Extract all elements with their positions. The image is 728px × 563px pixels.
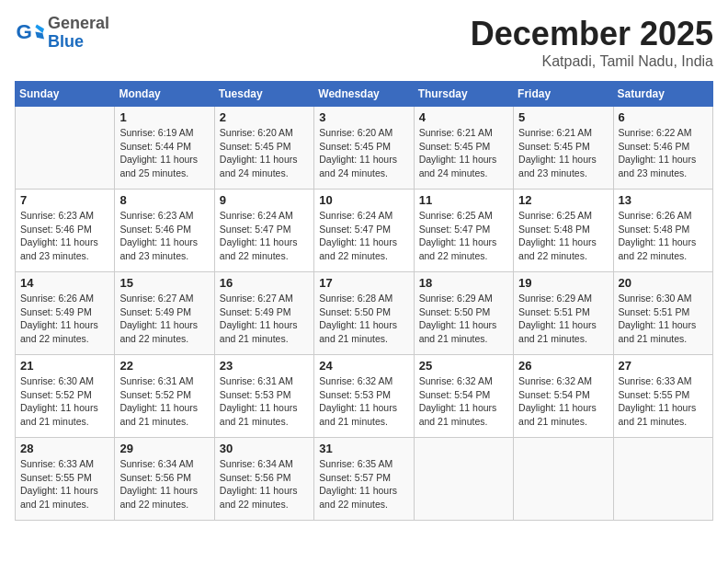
calendar-cell: 8Sunrise: 6:23 AM Sunset: 5:46 PM Daylig… — [115, 190, 214, 272]
day-number: 30 — [220, 442, 309, 455]
calendar-cell: 21Sunrise: 6:30 AM Sunset: 5:52 PM Dayli… — [16, 355, 115, 438]
day-number: 12 — [518, 193, 608, 207]
day-info: Sunrise: 6:21 AM Sunset: 5:45 PM Dayligh… — [419, 126, 508, 180]
day-info: Sunrise: 6:21 AM Sunset: 5:45 PM Dayligh… — [518, 126, 608, 180]
calendar-cell: 7Sunrise: 6:23 AM Sunset: 5:46 PM Daylig… — [16, 190, 115, 272]
page-header: G General Blue December 2025 Katpadi, Ta… — [15, 15, 713, 70]
day-number: 27 — [619, 359, 708, 373]
day-number: 19 — [518, 276, 608, 290]
calendar-cell: 24Sunrise: 6:32 AM Sunset: 5:53 PM Dayli… — [314, 355, 414, 438]
day-number: 23 — [220, 359, 309, 373]
day-info: Sunrise: 6:31 AM Sunset: 5:53 PM Dayligh… — [220, 374, 309, 429]
calendar-cell: 4Sunrise: 6:21 AM Sunset: 5:45 PM Daylig… — [414, 107, 513, 190]
calendar-cell: 27Sunrise: 6:33 AM Sunset: 5:55 PM Dayli… — [613, 355, 712, 438]
calendar-cell: 20Sunrise: 6:30 AM Sunset: 5:51 PM Dayli… — [613, 272, 712, 355]
calendar-header-row: SundayMondayTuesdayWednesdayThursdayFrid… — [16, 82, 713, 107]
day-info: Sunrise: 6:24 AM Sunset: 5:47 PM Dayligh… — [220, 209, 309, 263]
day-number: 2 — [220, 110, 309, 124]
day-info: Sunrise: 6:24 AM Sunset: 5:47 PM Dayligh… — [319, 209, 408, 263]
day-info: Sunrise: 6:23 AM Sunset: 5:46 PM Dayligh… — [20, 209, 109, 263]
day-info: Sunrise: 6:33 AM Sunset: 5:55 PM Dayligh… — [20, 457, 109, 511]
calendar-cell: 18Sunrise: 6:29 AM Sunset: 5:50 PM Dayli… — [414, 272, 513, 355]
calendar-cell: 5Sunrise: 6:21 AM Sunset: 5:45 PM Daylig… — [514, 107, 613, 190]
day-number: 16 — [220, 276, 309, 290]
day-number: 3 — [319, 110, 408, 124]
svg-marker-1 — [35, 24, 44, 33]
day-info: Sunrise: 6:29 AM Sunset: 5:50 PM Dayligh… — [419, 292, 508, 346]
calendar-cell: 23Sunrise: 6:31 AM Sunset: 5:53 PM Dayli… — [214, 355, 313, 438]
day-info: Sunrise: 6:22 AM Sunset: 5:46 PM Dayligh… — [619, 126, 708, 180]
calendar-cell: 29Sunrise: 6:34 AM Sunset: 5:56 PM Dayli… — [115, 438, 214, 521]
title-area: December 2025 Katpadi, Tamil Nadu, India — [471, 15, 713, 70]
day-number: 15 — [119, 276, 209, 290]
day-number: 8 — [119, 193, 209, 207]
calendar-cell: 19Sunrise: 6:29 AM Sunset: 5:51 PM Dayli… — [514, 272, 613, 355]
day-number: 5 — [518, 110, 608, 124]
calendar-week-1: 1Sunrise: 6:19 AM Sunset: 5:44 PM Daylig… — [16, 107, 713, 190]
calendar-cell — [414, 438, 513, 521]
day-info: Sunrise: 6:27 AM Sunset: 5:49 PM Dayligh… — [119, 292, 209, 346]
day-info: Sunrise: 6:25 AM Sunset: 5:47 PM Dayligh… — [419, 209, 508, 263]
day-info: Sunrise: 6:20 AM Sunset: 5:45 PM Dayligh… — [319, 126, 408, 180]
calendar-cell — [514, 438, 613, 521]
day-info: Sunrise: 6:34 AM Sunset: 5:56 PM Dayligh… — [220, 457, 309, 511]
logo: G General Blue — [15, 15, 109, 52]
day-number: 7 — [20, 193, 109, 207]
day-header-monday: Monday — [115, 82, 214, 107]
day-number: 14 — [20, 276, 109, 290]
day-info: Sunrise: 6:26 AM Sunset: 5:48 PM Dayligh… — [619, 209, 708, 263]
svg-marker-2 — [35, 31, 44, 39]
calendar-cell — [613, 438, 712, 521]
calendar-week-2: 7Sunrise: 6:23 AM Sunset: 5:46 PM Daylig… — [16, 190, 713, 272]
day-info: Sunrise: 6:29 AM Sunset: 5:51 PM Dayligh… — [518, 292, 608, 346]
calendar-cell: 9Sunrise: 6:24 AM Sunset: 5:47 PM Daylig… — [214, 190, 313, 272]
day-number: 24 — [319, 359, 408, 373]
calendar-cell: 31Sunrise: 6:35 AM Sunset: 5:57 PM Dayli… — [314, 438, 414, 521]
calendar-week-5: 28Sunrise: 6:33 AM Sunset: 5:55 PM Dayli… — [16, 438, 713, 521]
logo-text: General Blue — [48, 15, 109, 52]
day-number: 29 — [119, 442, 209, 455]
day-info: Sunrise: 6:28 AM Sunset: 5:50 PM Dayligh… — [319, 292, 408, 346]
calendar-week-4: 21Sunrise: 6:30 AM Sunset: 5:52 PM Dayli… — [16, 355, 713, 438]
day-info: Sunrise: 6:25 AM Sunset: 5:48 PM Dayligh… — [518, 209, 608, 263]
day-header-saturday: Saturday — [613, 82, 712, 107]
day-number: 20 — [619, 276, 708, 290]
calendar-cell: 17Sunrise: 6:28 AM Sunset: 5:50 PM Dayli… — [314, 272, 414, 355]
logo-blue: Blue — [48, 33, 109, 52]
day-number: 10 — [319, 193, 408, 207]
day-header-sunday: Sunday — [16, 82, 115, 107]
day-number: 9 — [220, 193, 309, 207]
day-info: Sunrise: 6:32 AM Sunset: 5:54 PM Dayligh… — [419, 374, 508, 429]
day-header-friday: Friday — [514, 82, 613, 107]
calendar-week-3: 14Sunrise: 6:26 AM Sunset: 5:49 PM Dayli… — [16, 272, 713, 355]
month-title: December 2025 — [471, 15, 713, 53]
calendar-cell: 6Sunrise: 6:22 AM Sunset: 5:46 PM Daylig… — [613, 107, 712, 190]
calendar-cell: 12Sunrise: 6:25 AM Sunset: 5:48 PM Dayli… — [514, 190, 613, 272]
day-info: Sunrise: 6:33 AM Sunset: 5:55 PM Dayligh… — [619, 374, 708, 429]
calendar-table: SundayMondayTuesdayWednesdayThursdayFrid… — [15, 81, 713, 521]
day-header-wednesday: Wednesday — [314, 82, 414, 107]
day-number: 17 — [319, 276, 408, 290]
day-info: Sunrise: 6:32 AM Sunset: 5:54 PM Dayligh… — [518, 374, 608, 429]
day-number: 28 — [20, 442, 109, 455]
day-info: Sunrise: 6:20 AM Sunset: 5:45 PM Dayligh… — [220, 126, 309, 180]
calendar-cell: 13Sunrise: 6:26 AM Sunset: 5:48 PM Dayli… — [613, 190, 712, 272]
day-number: 6 — [619, 110, 708, 124]
day-number: 31 — [319, 442, 408, 455]
calendar-cell: 25Sunrise: 6:32 AM Sunset: 5:54 PM Dayli… — [414, 355, 513, 438]
day-info: Sunrise: 6:23 AM Sunset: 5:46 PM Dayligh… — [119, 209, 209, 263]
day-number: 13 — [619, 193, 708, 207]
logo-icon: G — [15, 18, 44, 48]
calendar-cell: 3Sunrise: 6:20 AM Sunset: 5:45 PM Daylig… — [314, 107, 414, 190]
day-header-tuesday: Tuesday — [214, 82, 313, 107]
day-info: Sunrise: 6:30 AM Sunset: 5:52 PM Dayligh… — [20, 374, 109, 429]
day-number: 18 — [419, 276, 508, 290]
calendar-cell: 26Sunrise: 6:32 AM Sunset: 5:54 PM Dayli… — [514, 355, 613, 438]
day-number: 21 — [20, 359, 109, 373]
calendar-cell: 15Sunrise: 6:27 AM Sunset: 5:49 PM Dayli… — [115, 272, 214, 355]
day-number: 11 — [419, 193, 508, 207]
day-info: Sunrise: 6:34 AM Sunset: 5:56 PM Dayligh… — [119, 457, 209, 511]
calendar-cell: 14Sunrise: 6:26 AM Sunset: 5:49 PM Dayli… — [16, 272, 115, 355]
calendar-cell: 30Sunrise: 6:34 AM Sunset: 5:56 PM Dayli… — [214, 438, 313, 521]
day-number: 1 — [119, 110, 209, 124]
